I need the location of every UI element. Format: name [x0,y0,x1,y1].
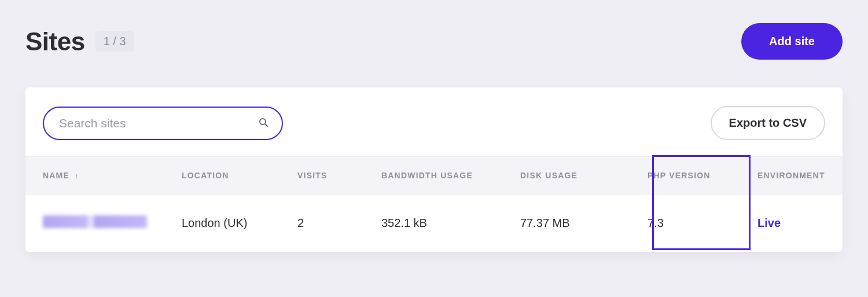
redacted-site-name [43,215,147,228]
cell-visits: 2 [297,195,381,252]
sort-asc-icon: ↑ [75,171,79,180]
col-header-env[interactable]: ENVIRONMENT [726,157,843,195]
cell-location: London (UK) [182,195,297,252]
add-site-button[interactable]: Add site [741,23,843,60]
col-header-disk[interactable]: DISK USAGE [520,157,627,195]
card-toolbar: Export to CSV [25,87,843,156]
cell-php: 7.3 [627,195,726,252]
col-header-location[interactable]: LOCATION [182,157,297,195]
cell-disk: 77.37 MB [520,195,627,252]
environment-link[interactable]: Live [757,217,781,229]
site-count-chip: 1 / 3 [95,31,134,52]
page-title: Sites [25,27,85,56]
search-wrap [43,107,283,140]
cell-bandwidth: 352.1 kB [381,195,520,252]
cell-name [25,195,182,252]
page-header: Sites 1 / 3 Add site [25,23,843,60]
header-left: Sites 1 / 3 [25,27,134,56]
col-header-name[interactable]: NAME ↑ [25,157,182,195]
col-header-visits[interactable]: VISITS [297,157,381,195]
col-header-bandwidth[interactable]: BANDWIDTH USAGE [381,157,520,195]
col-header-php[interactable]: PHP VERSION [627,157,726,195]
table-header-row: NAME ↑ LOCATION VISITS BANDWIDTH USAGE D… [25,157,843,195]
table-row[interactable]: London (UK) 2 352.1 kB 77.37 MB 7.3 Live [25,195,843,252]
col-header-name-label: NAME [43,171,69,180]
export-csv-button[interactable]: Export to CSV [711,106,825,140]
sites-table: NAME ↑ LOCATION VISITS BANDWIDTH USAGE D… [25,156,843,252]
search-input[interactable] [43,107,283,140]
cell-env: Live [726,195,843,252]
sites-card: Export to CSV NAME ↑ LOCATION VISITS BAN… [25,87,843,252]
